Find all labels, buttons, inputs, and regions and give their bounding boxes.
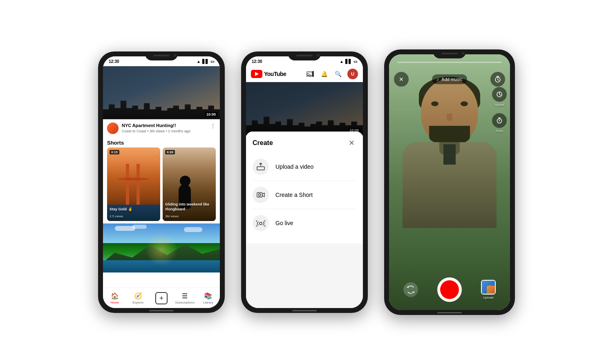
phone-speaker-1	[153, 55, 170, 56]
short-title-1: Stay Gold ✌	[110, 207, 158, 212]
short-more-1[interactable]: ⋮	[153, 150, 158, 155]
phone-camera-front-1	[174, 54, 177, 57]
explore-icon: 🧭	[134, 292, 142, 300]
nav-library-1[interactable]: 📚 Library	[197, 292, 220, 304]
close-camera-button[interactable]: ✕	[394, 72, 409, 87]
featured-video-thumb-1[interactable]: 10:00	[103, 66, 220, 119]
person-beard	[429, 126, 470, 144]
bell-icon-2[interactable]: 🔔	[320, 69, 329, 78]
timer-circle-icon[interactable]	[490, 72, 505, 87]
phone-screen-1: 12:30 ▲ ▋▋ ▭ YouTube	[103, 56, 220, 308]
upload-video-item[interactable]: Upload a video	[253, 153, 356, 181]
go-live-label: Go live	[275, 220, 293, 226]
home-icon: 🏠	[111, 292, 119, 300]
timer-control[interactable]: Timer	[492, 113, 507, 133]
phone-speaker-2	[296, 55, 313, 56]
speed-icon	[492, 87, 507, 102]
featured-duration-1: 10:00	[205, 112, 217, 117]
nav-home-label-1: Home	[110, 301, 119, 304]
record-button-inner	[440, 280, 459, 299]
wifi-icon: ▲	[197, 59, 201, 64]
broadcast-icon	[253, 215, 269, 231]
create-dialog-overlay: Create ✕ Upload a video	[246, 132, 363, 308]
record-button[interactable]	[437, 277, 462, 302]
video-meta-1: NYC Apartment Hunting!! Coast to Coast •…	[122, 123, 207, 133]
phone-2: 12:30 ▲ ▋▋ ▭ YouTube	[241, 51, 368, 313]
person-jacket	[403, 142, 497, 228]
nav-library-label-1: Library	[203, 301, 213, 304]
create-dialog-header: Create ✕	[253, 138, 356, 148]
short-views-2: 3M views	[165, 214, 179, 218]
short-views-1: 2.5 views	[110, 214, 123, 218]
record-progress-bar	[397, 62, 502, 63]
library-icon: 📚	[204, 292, 212, 300]
phone-home-bar-1	[149, 310, 174, 311]
svg-point-13	[499, 121, 500, 121]
video-title-1: NYC Apartment Hunting!!	[122, 123, 207, 128]
music-note-icon: ♪	[437, 77, 439, 82]
create-short-label: Create a Short	[275, 192, 313, 198]
short-card-2[interactable]: 0:28 ⋮ Gliding into weekend like #longbo…	[163, 147, 216, 221]
nav-explore-1[interactable]: 🧭 Explore	[126, 292, 150, 304]
short-card-1[interactable]: 0:15 ⋮ Stay Gold ✌ 2.5 views	[107, 147, 160, 221]
go-live-item[interactable]: Go live	[253, 209, 356, 237]
add-music-button[interactable]: ♪ Add music	[432, 74, 468, 84]
upload-icon	[253, 159, 269, 175]
speed-control[interactable]: Speed	[492, 87, 507, 107]
channel-avatar-1	[107, 123, 119, 134]
bottom-nav-1: 🏠 Home 🧭 Explore + ☰ Subscriptions 📚 Lib…	[103, 288, 220, 308]
landscape-thumb-1[interactable]	[103, 223, 220, 272]
short-camera-icon	[253, 187, 269, 203]
add-icon-1[interactable]: +	[155, 292, 168, 304]
create-dialog-title: Create	[253, 139, 273, 147]
status-icons-1: ▲ ▋▋ ▭	[197, 59, 214, 64]
more-options-btn-1[interactable]: ⋮	[210, 123, 216, 129]
svg-point-8	[259, 194, 261, 196]
create-short-item[interactable]: Create a Short	[253, 181, 356, 209]
timer-icon	[492, 113, 507, 128]
nav-subs-label-1: Subscriptions	[175, 301, 195, 304]
header-icons-2: 🔔 🔍 U	[306, 69, 358, 79]
nav-subs-1[interactable]: ☰ Subscriptions	[173, 292, 197, 304]
video-sub-1: Coast to Coast • 3M views • 2 months ago	[122, 129, 207, 133]
phone-screen-2: 12:30 ▲ ▋▋ ▭ YouTube	[246, 56, 363, 308]
upload-video-label: Upload a video	[275, 163, 313, 170]
create-close-button[interactable]: ✕	[347, 138, 356, 148]
upload-button[interactable]: Upload	[481, 280, 496, 299]
phone-3: ✕ ♪ Add music	[384, 49, 515, 315]
phone-camera-front-3	[462, 52, 465, 55]
phone-notch-3	[433, 49, 466, 58]
search-icon-2[interactable]: 🔍	[333, 69, 342, 78]
nav-home-1[interactable]: 🏠 Home	[103, 292, 126, 304]
camera-right-controls: Speed Timer	[492, 87, 507, 133]
nav-add-1[interactable]: +	[150, 292, 173, 304]
short-more-2[interactable]: ⋮	[209, 150, 214, 155]
camera-screen: ✕ ♪ Add music	[389, 54, 510, 310]
upload-thumbnail	[481, 280, 496, 295]
youtube-header-2: YouTube 🔔 🔍 U	[246, 66, 363, 82]
shorts-section-title-1: Shorts	[103, 137, 220, 147]
phone-screen-3: ✕ ♪ Add music	[389, 54, 510, 310]
youtube-logo-text-2: YouTube	[264, 71, 286, 77]
subscriptions-icon: ☰	[182, 292, 188, 300]
user-avatar-2[interactable]: U	[347, 69, 358, 79]
phone-1: 12:30 ▲ ▋▋ ▭ YouTube	[98, 51, 225, 313]
timer-label: Timer	[495, 129, 503, 133]
short-duration-1: 0:15	[110, 150, 119, 154]
status-icons-2: ▲ ▋▋ ▭	[340, 59, 357, 64]
svg-rect-5	[312, 71, 314, 77]
wifi-icon-2: ▲	[340, 59, 344, 64]
video-info-1: NYC Apartment Hunting!! Coast to Coast •…	[103, 119, 220, 137]
shorts-row-1: 0:15 ⋮ Stay Gold ✌ 2.5 views 0:28 ⋮ Gl	[103, 147, 220, 221]
nav-explore-label-1: Explore	[132, 301, 143, 304]
cast-icon-2[interactable]	[306, 69, 315, 78]
phone-notch-2	[288, 51, 321, 60]
add-music-label: Add music	[441, 77, 462, 82]
camera-bottom-controls: Upload	[389, 277, 510, 302]
short-title-2: Gliding into weekend like #longboard	[165, 202, 213, 212]
battery-icon: ▭	[210, 59, 214, 64]
flip-camera-button[interactable]	[403, 282, 418, 297]
youtube-logo-2: YouTube	[251, 70, 286, 78]
signal-icon: ▋▋	[202, 59, 209, 64]
svg-rect-7	[257, 193, 262, 197]
